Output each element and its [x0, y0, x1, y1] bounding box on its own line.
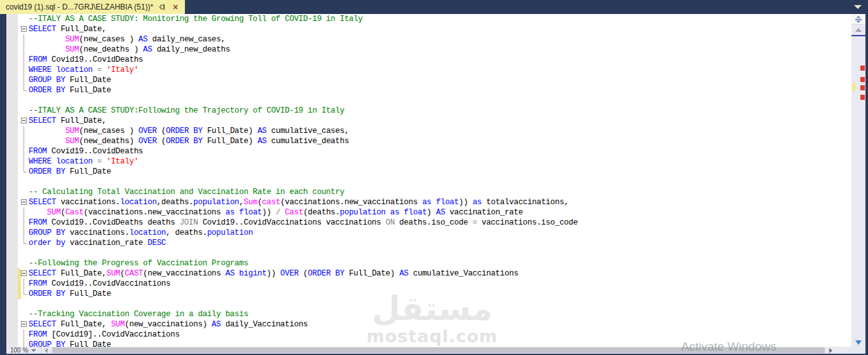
pin-icon[interactable]: [158, 3, 166, 11]
code-text: SUM(new_deaths ) AS daily_new_deaths: [29, 45, 230, 55]
code-line[interactable]: FROM [Covid19]..CovidVaccinations: [18, 330, 851, 340]
scroll-left-icon[interactable]: [44, 348, 48, 353]
error-mark: [860, 66, 865, 71]
pin-icon-svg: [158, 3, 166, 11]
tab-list-dropdown-icon[interactable]: [854, 5, 862, 9]
code-line[interactable]: --ITALY AS A CASE STUDY: Monitoring the …: [18, 14, 851, 24]
scroll-down-icon[interactable]: [855, 340, 862, 345]
code-line[interactable]: [18, 95, 851, 106]
code-text: GROUP BY vaccinations.location, deaths.p…: [29, 228, 253, 238]
code-line[interactable]: GROUP BY Full_Date: [18, 75, 851, 85]
sql-editor[interactable]: --ITALY AS A CASE STUDY: Monitoring the …: [6, 14, 851, 347]
outline-gutter: [21, 65, 29, 75]
code-line[interactable]: --Following the Progress of Vaccination …: [18, 258, 851, 268]
code-text: GROUP BY Full_Date: [29, 340, 111, 347]
collapse-box-icon[interactable]: [21, 199, 27, 205]
outline-line: [24, 55, 24, 65]
outline-gutter: [21, 309, 29, 319]
code-line[interactable]: [18, 248, 851, 258]
code-text: --Tracking Vaccination Coverage in a dai…: [29, 309, 248, 319]
code-text: WHERE location = 'Italy': [29, 65, 139, 75]
code-line[interactable]: -- Calculating Total Vaccination and Vac…: [18, 187, 851, 197]
splitter-handle[interactable]: [851, 14, 865, 25]
code-line[interactable]: --ITALY AS A CASE STUDY:Following the Tr…: [18, 106, 851, 116]
code-line[interactable]: SELECT Full_Date,: [18, 24, 851, 34]
code-line[interactable]: [18, 177, 851, 187]
code-line[interactable]: SELECT Full_Date,SUM(CAST(new_vaccinatio…: [18, 268, 851, 279]
error-mark: [860, 95, 865, 100]
code-text: GROUP BY Full_Date: [29, 75, 111, 85]
outline-gutter: [21, 157, 29, 167]
code-text: --Following the Progress of Vaccination …: [29, 258, 248, 268]
code-line[interactable]: SUM(new_deaths) OVER (ORDER BY Full_Date…: [18, 136, 851, 146]
outline-gutter: [21, 330, 29, 340]
outline-gutter: [21, 258, 29, 268]
code-text: FROM [Covid19]..CovidVaccinations: [29, 330, 180, 340]
outline-gutter: [21, 45, 29, 55]
outline-gutter: [21, 238, 29, 248]
code-text: -- Calculating Total Vaccination and Vac…: [29, 187, 344, 197]
code-text: FROM Covid19..CovidDeaths: [29, 55, 143, 65]
code-line[interactable]: SELECT vaccinations.location,deaths.popu…: [18, 197, 851, 207]
document-tab-title: covid19 (1).sql - D...7GRJ\ELZAHBIA (51)…: [6, 3, 153, 11]
collapse-box-icon[interactable]: [21, 26, 27, 32]
outline-gutter: [21, 319, 29, 330]
code-text: FROM Covid19..CovidDeaths: [29, 146, 143, 157]
code-line[interactable]: FROM Covid19..CovidDeaths deaths JOIN Co…: [18, 218, 851, 228]
code-area[interactable]: --ITALY AS A CASE STUDY: Monitoring the …: [18, 14, 851, 347]
outline-gutter: [21, 177, 29, 187]
code-line[interactable]: WHERE location = 'Italy': [18, 65, 851, 75]
vertical-scrollbar[interactable]: [851, 14, 865, 347]
outline-gutter: [21, 197, 29, 207]
code-line[interactable]: SUM(new_cases ) AS daily_new_cases,: [18, 34, 851, 45]
code-line[interactable]: FROM Covid19..CovidDeaths: [18, 55, 851, 65]
outline-line: [24, 34, 24, 45]
scroll-right-icon[interactable]: [829, 348, 832, 353]
code-line[interactable]: ORDER BY Full_Date: [18, 167, 851, 177]
outline-gutter: [21, 75, 29, 85]
code-line[interactable]: --Tracking Vaccination Coverage in a dai…: [18, 309, 851, 319]
code-text: SUM(new_deaths) OVER (ORDER BY Full_Date…: [29, 136, 349, 146]
code-text: SELECT vaccinations.location,deaths.popu…: [29, 197, 569, 207]
code-text: SUM(new_cases ) AS daily_new_cases,: [29, 34, 226, 45]
code-line[interactable]: SUM(new_deaths ) AS daily_new_deaths: [18, 45, 851, 55]
zoom-selector[interactable]: 100 %: [6, 347, 42, 354]
code-line[interactable]: FROM Covid19..CovidVaccinations: [18, 279, 851, 289]
outline-line: [24, 126, 24, 136]
collapse-box-icon[interactable]: [21, 118, 27, 123]
outline-line: [24, 65, 24, 75]
code-line[interactable]: ORDER BY Full_Date: [18, 289, 851, 299]
outline-gutter: [21, 55, 29, 65]
scroll-up-icon[interactable]: [855, 28, 862, 32]
code-text: FROM Covid19..CovidDeaths deaths JOIN Co…: [29, 218, 578, 228]
outline-gutter: [21, 340, 29, 347]
outline-line: [24, 45, 24, 55]
code-line[interactable]: [18, 299, 851, 309]
change-mark: [852, 83, 855, 91]
code-line[interactable]: SELECT Full_Date, SUM(new_vaccinations) …: [18, 319, 851, 330]
outline-line: [24, 330, 24, 340]
code-line[interactable]: SUM(new_cases ) OVER (ORDER BY Full_Date…: [18, 126, 851, 136]
outline-line-end: [24, 167, 27, 172]
document-tab[interactable]: covid19 (1).sql - D...7GRJ\ELZAHBIA (51)…: [0, 0, 185, 14]
code-line[interactable]: FROM Covid19..CovidDeaths: [18, 146, 851, 157]
collapse-box-icon[interactable]: [21, 321, 27, 327]
code-line[interactable]: SUM(Cast(vaccinations.new_vaccinations a…: [18, 207, 851, 218]
close-icon[interactable]: ×: [171, 3, 180, 11]
code-line[interactable]: order by vaccination_rate DESC: [18, 238, 851, 248]
error-mark: [860, 77, 865, 82]
code-line[interactable]: SELECT Full_Date,: [18, 116, 851, 126]
collapse-box-icon[interactable]: [21, 270, 27, 276]
outline-line-end: [24, 85, 27, 91]
code-text: WHERE location = 'Italy': [29, 157, 139, 167]
outline-line: [24, 340, 24, 347]
code-line[interactable]: ORDER BY Full_Date: [18, 85, 851, 95]
code-line[interactable]: GROUP BY vaccinations.location, deaths.p…: [18, 228, 851, 238]
error-mark: [860, 85, 865, 90]
code-line[interactable]: WHERE location = 'Italy': [18, 157, 851, 167]
outline-gutter: [21, 116, 29, 126]
outline-line: [24, 75, 24, 85]
outline-gutter: [21, 24, 29, 34]
outline-line: [24, 157, 24, 167]
caret-position-marker: [851, 35, 865, 36]
